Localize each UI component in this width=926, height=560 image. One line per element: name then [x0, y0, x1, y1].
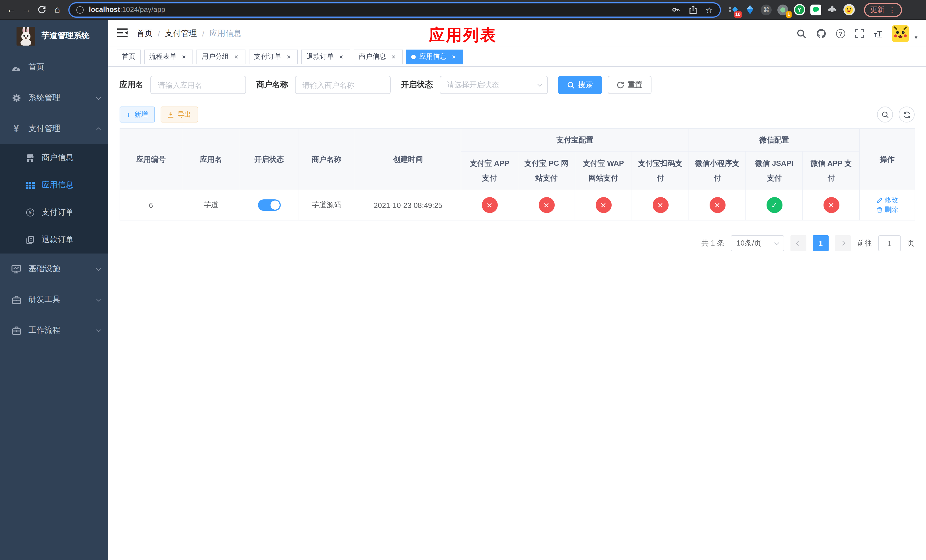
add-button[interactable]: + 新增: [120, 106, 154, 123]
prev-page-button[interactable]: [790, 235, 806, 251]
col-header-created: 创建时间: [355, 129, 461, 190]
next-page-button[interactable]: [835, 235, 851, 251]
sidebar-item-home[interactable]: 首页: [0, 52, 108, 83]
plus-icon: +: [126, 111, 131, 118]
browser-menu-icon[interactable]: ⋮: [888, 6, 896, 14]
sidebar-item-infrastructure[interactable]: 基础设施: [0, 254, 108, 284]
page-number-button[interactable]: 1: [813, 235, 829, 251]
briefcase-icon: [11, 325, 21, 335]
content-area: 应用名 商户名称 开启状态 请选择开启状态: [108, 67, 926, 560]
user-avatar[interactable]: [892, 25, 909, 42]
app-name-input[interactable]: [150, 76, 246, 94]
search-icon[interactable]: [797, 29, 807, 38]
cell-created: 2021-10-23 08:49:25: [355, 190, 461, 220]
breadcrumb: 首页 / 支付管理 / 应用信息: [137, 29, 242, 39]
search-button[interactable]: 搜索: [558, 76, 602, 94]
monitor-icon: [11, 264, 21, 274]
col-header-wx-mini: 微信小程序支付: [689, 151, 746, 190]
tab-user-group[interactable]: 用户分组×: [197, 49, 245, 64]
breadcrumb-home[interactable]: 首页: [137, 29, 153, 39]
share-icon[interactable]: [689, 5, 697, 14]
pagination: 共 1 条 10条/页 1 前往 页: [120, 235, 915, 251]
sidebar-item-label: 基础设施: [29, 264, 97, 274]
breadcrumb-current: 应用信息: [210, 29, 242, 39]
reload-icon[interactable]: [34, 2, 50, 17]
export-button[interactable]: 导出: [160, 106, 198, 123]
font-size-icon[interactable]: TT: [874, 29, 882, 38]
help-icon[interactable]: ?: [836, 29, 846, 38]
password-key-icon[interactable]: [671, 5, 680, 14]
address-bar[interactable]: i localhost:1024/pay/app ☆: [68, 2, 721, 17]
chevron-up-icon: [96, 127, 101, 132]
fullscreen-icon[interactable]: [855, 29, 864, 38]
close-icon[interactable]: ×: [180, 53, 188, 61]
refresh-button[interactable]: [899, 106, 915, 123]
bookmark-star-icon[interactable]: ☆: [705, 5, 713, 14]
sidebar-toggle-icon[interactable]: [117, 28, 128, 39]
page-unit-label: 页: [907, 238, 915, 248]
logo-image: [17, 26, 35, 45]
tag-view-bar: 首页 流程表单× 用户分组× 支付订单× 退款订单× 商户信息× 应用信息×: [108, 47, 926, 67]
emoji-extension-icon[interactable]: [843, 4, 855, 16]
delete-link[interactable]: 删除: [876, 205, 898, 215]
sidebar-item-refund-order[interactable]: 退款订单: [0, 226, 108, 254]
home-icon[interactable]: ⌂: [50, 2, 65, 17]
app-logo[interactable]: 芋道管理系统: [0, 20, 108, 52]
command-extension-icon[interactable]: ⌘: [760, 4, 772, 16]
col-header-wx-jsapi: 微信 JSAPI 支付: [746, 151, 803, 190]
sidebar-item-workflow[interactable]: 工作流程: [0, 315, 108, 346]
edit-link[interactable]: 修改: [876, 195, 898, 205]
tab-refund-order[interactable]: 退款订单×: [301, 49, 350, 64]
kite-extension-icon[interactable]: [744, 4, 756, 16]
sidebar-item-merchant-info[interactable]: 商户信息: [0, 144, 108, 171]
sidebar-item-system[interactable]: 系统管理: [0, 83, 108, 114]
extension-badge: 10: [734, 11, 742, 17]
close-icon[interactable]: ×: [390, 53, 398, 61]
sidebar-item-payment[interactable]: ¥ 支付管理: [0, 114, 108, 144]
sidebar-item-pay-order[interactable]: ¥ 支付订单: [0, 199, 108, 226]
tab-app-info[interactable]: 应用信息×: [406, 49, 463, 64]
devtools-extension-icon[interactable]: 10: [727, 4, 739, 16]
back-icon[interactable]: ←: [3, 2, 19, 17]
sidebar-item-dev-tools[interactable]: 研发工具: [0, 284, 108, 315]
breadcrumb-payment[interactable]: 支付管理: [165, 29, 197, 39]
goto-page-input[interactable]: [878, 235, 901, 251]
reset-button[interactable]: 重置: [608, 76, 652, 94]
merchant-name-input[interactable]: [295, 76, 391, 94]
site-info-icon[interactable]: i: [76, 6, 84, 14]
close-icon[interactable]: ×: [285, 53, 293, 61]
y-extension-icon[interactable]: Y: [793, 4, 805, 16]
enable-toggle[interactable]: [258, 200, 280, 211]
status-select[interactable]: 请选择开启状态: [440, 76, 548, 94]
tab-process-form[interactable]: 流程表单×: [144, 49, 193, 64]
dashboard-icon: [11, 62, 21, 72]
close-icon[interactable]: ×: [450, 53, 458, 61]
puzzle-extensions-icon[interactable]: [826, 4, 838, 16]
chevron-down-icon: [96, 266, 101, 271]
tab-pay-order[interactable]: 支付订单×: [249, 49, 298, 64]
chevron-down-icon: [96, 95, 101, 100]
close-icon[interactable]: ×: [232, 53, 240, 61]
merchant-name-label: 商户名称: [256, 80, 288, 90]
show-search-button[interactable]: [877, 106, 893, 123]
github-icon[interactable]: [816, 29, 827, 39]
sidebar-menu: 首页 系统管理 ¥ 支付管理: [0, 52, 108, 346]
goto-label: 前往: [857, 238, 872, 248]
chat-extension-icon[interactable]: [810, 4, 822, 16]
capture-extension-icon[interactable]: 1: [777, 4, 789, 16]
page-size-select[interactable]: 10条/页: [731, 235, 784, 251]
close-icon[interactable]: ×: [337, 53, 345, 61]
status-label: 开启状态: [401, 80, 433, 90]
tab-home[interactable]: 首页: [117, 49, 141, 64]
extensions-area: 10 ⌘ 1 Y 更新 ⋮: [727, 3, 902, 17]
pagination-total: 共 1 条: [701, 238, 725, 248]
caret-down-icon[interactable]: ▾: [915, 34, 917, 42]
col-header-alipay-pc: 支付宝 PC 网站支付: [518, 151, 575, 190]
status-wx-app: ✕: [823, 197, 839, 213]
sidebar-item-app-info[interactable]: 应用信息: [0, 171, 108, 199]
store-icon: [26, 153, 35, 162]
breadcrumb-separator: /: [158, 29, 160, 38]
tab-merchant-info[interactable]: 商户信息×: [354, 49, 402, 64]
forward-icon[interactable]: →: [19, 2, 34, 17]
browser-update-button[interactable]: 更新 ⋮: [864, 3, 902, 17]
